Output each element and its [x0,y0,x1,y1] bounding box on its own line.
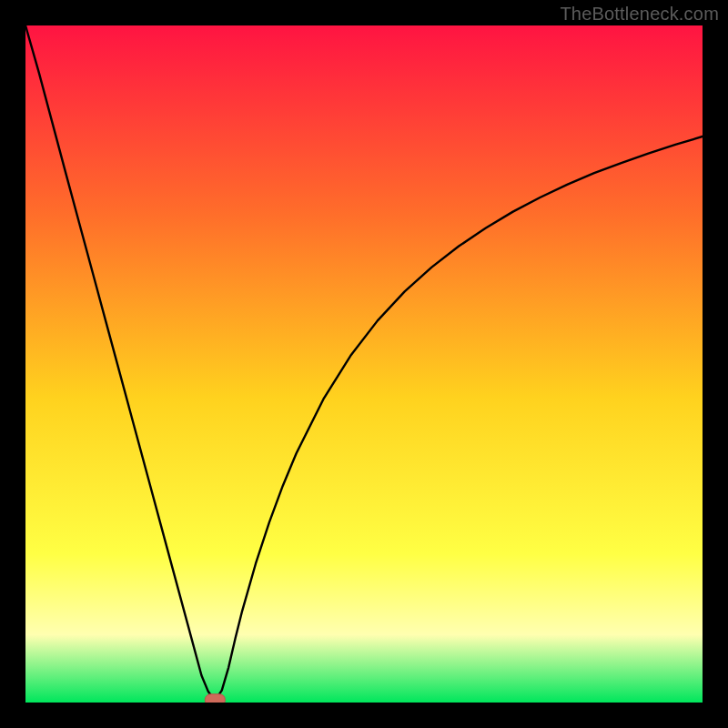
chart-svg [25,25,703,703]
chart-frame: TheBottleneck.com [0,0,728,728]
minimum-marker [205,694,225,703]
watermark-text: TheBottleneck.com [560,4,719,25]
gradient-background [25,25,703,703]
plot-area [25,25,703,703]
